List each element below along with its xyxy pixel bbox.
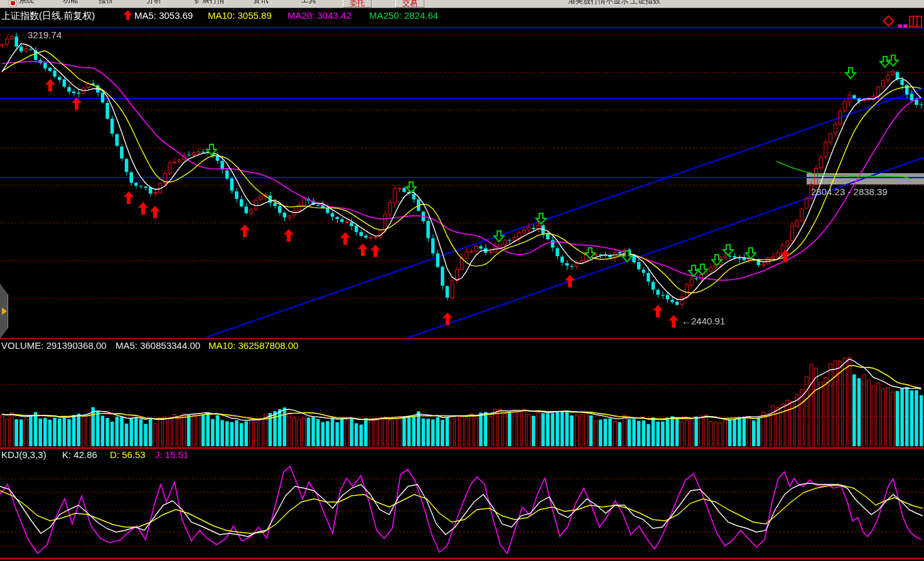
menu-item-system[interactable]: 系统 [19, 0, 34, 6]
magenta-marker [903, 24, 907, 28]
volume-ma10-value: MA10: 362587808.00 [208, 340, 298, 351]
ma5-value: MA5: 3053.69 [134, 10, 193, 21]
up-arrow-icon [124, 10, 132, 22]
grid-view-icon[interactable] [909, 16, 922, 28]
menu-item-function[interactable]: 功能 [63, 0, 78, 6]
kdj-j-value: J: 15.51 [155, 449, 188, 460]
symbol-title: 上证指数(日线.前复权) [1, 10, 95, 22]
high-price-label: 3219.74 [28, 29, 62, 40]
menu-item-extended[interactable]: 扩展行情 [195, 0, 225, 6]
kdj-name: KDJ(9,3,3) [1, 449, 46, 460]
magenta-marker [898, 24, 902, 28]
app-icon [9, 0, 17, 6]
menu-item-tools[interactable]: 工具 [301, 0, 316, 6]
ma10-value: MA10: 3055.89 [208, 10, 272, 21]
order-button[interactable]: 委托 [343, 0, 372, 8]
expand-arrow-icon [2, 307, 7, 315]
menu-bar: 系统 功能 报价 分析 扩展行情 资讯 工具 委托 交易 港美股行情不显示 上证… [0, 0, 924, 8]
ma250-value: MA250: 2824.64 [369, 10, 438, 21]
kdj-k-value: K: 42.86 [62, 449, 97, 460]
chart-title-row: 上证指数(日线.前复权) MA5: 3053.69 MA10: 3055.89 … [0, 9, 924, 23]
menu-item-analysis[interactable]: 分析 [146, 0, 161, 6]
gap-range-label: 2804.23 - 2838.39 [811, 186, 888, 197]
ma20-value: MA20: 3043.42 [287, 10, 352, 21]
volume-value: VOLUME: 291390368.00 [1, 340, 107, 351]
low-price-label: ←2440.91 [682, 316, 725, 326]
stock-chart-canvas[interactable] [0, 0, 924, 561]
trading-app-window: 系统 功能 报价 分析 扩展行情 资讯 工具 委托 交易 港美股行情不显示 上证… [0, 0, 924, 561]
menu-status-text: 港美股行情不显示 上证指数 [568, 0, 660, 6]
trade-button[interactable]: 交易 [395, 0, 424, 8]
menu-item-news[interactable]: 资讯 [253, 0, 268, 6]
menu-item-quotes[interactable]: 报价 [99, 0, 114, 6]
volume-ma5-value: MA5: 360853344.00 [115, 340, 200, 351]
kdj-d-value: D: 56.53 [110, 449, 146, 460]
